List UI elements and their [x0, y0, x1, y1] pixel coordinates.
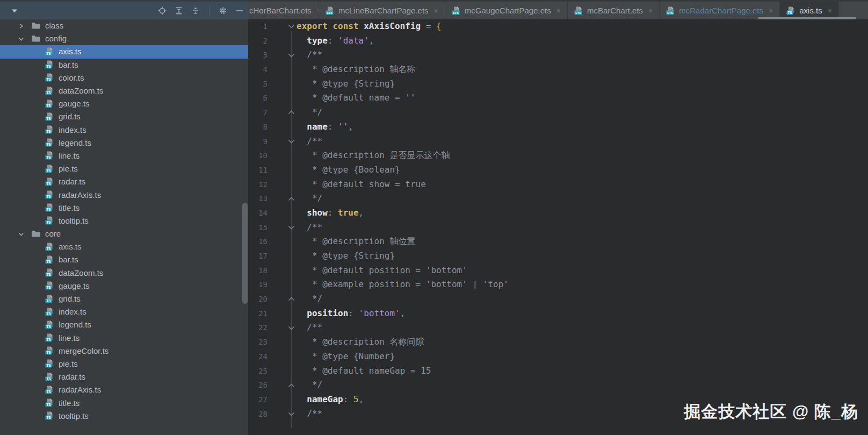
tree-file-index.ts[interactable]: TSindex.ts	[0, 124, 248, 137]
line-number: 25	[248, 364, 267, 379]
tree-file-gauge.ts[interactable]: TSgauge.ts	[0, 280, 248, 293]
tree-file-bar.ts[interactable]: TSbar.ts	[0, 59, 248, 72]
tree-file-radar.ts[interactable]: TSradar.ts	[0, 175, 248, 188]
code-line-16[interactable]: 16 * @description 轴位置	[248, 234, 868, 249]
fold-open-icon[interactable]	[288, 53, 295, 58]
code-line-26[interactable]: 26 */	[248, 378, 868, 393]
tab-cHorBarChart.ets[interactable]: cHorBarChart.ets×	[248, 2, 319, 19]
tree-item-label: axis.ts	[59, 240, 82, 253]
gutter	[267, 163, 296, 177]
tree-file-title.ts[interactable]: TStitle.ts	[0, 202, 248, 215]
tree-folder-class[interactable]: class	[0, 19, 248, 32]
code-text: * @default nameGap = 15	[296, 364, 431, 379]
code-line-3[interactable]: 3 /**	[248, 48, 868, 62]
tree-file-axis.ts[interactable]: TSaxis.ts	[0, 240, 248, 253]
tree-file-dataZoom.ts[interactable]: TSdataZoom.ts	[0, 84, 248, 97]
tree-file-radarAxis.ts[interactable]: TSradarAxis.ts	[0, 188, 248, 201]
typescript-file-icon: TS	[45, 151, 54, 160]
code-editor[interactable]: 1export const xAxisConfig = {2 type: 'da…	[248, 19, 868, 435]
typescript-file-icon: TS	[45, 47, 54, 56]
code-line-15[interactable]: 15 /**	[248, 220, 868, 235]
tree-file-bar.ts[interactable]: TSbar.ts	[0, 253, 248, 266]
tree-file-index.ts[interactable]: TSindex.ts	[0, 305, 248, 318]
tab-close-icon[interactable]: ×	[648, 6, 653, 15]
fold-close-icon[interactable]	[288, 297, 295, 302]
tree-file-color.ts[interactable]: TScolor.ts	[0, 72, 248, 84]
tab-mcGaugeChartPage.ets[interactable]: ETSmcGaugeChartPage.ets×	[445, 2, 568, 19]
tree-file-mergeColor.ts[interactable]: TSmergeColor.ts	[0, 345, 248, 358]
tree-file-line.ts[interactable]: TSline.ts	[0, 149, 248, 162]
code-line-18[interactable]: 18 * @default position = 'bottom'	[248, 263, 868, 278]
chevron-right-icon[interactable]	[18, 23, 25, 29]
fold-open-icon[interactable]	[288, 225, 295, 230]
fold-close-icon[interactable]	[288, 110, 295, 115]
code-line-5[interactable]: 5 * @type {String}	[248, 77, 868, 91]
tree-file-gauge.ts[interactable]: TSgauge.ts	[0, 97, 248, 110]
tree-file-grid.ts[interactable]: TSgrid.ts	[0, 293, 248, 305]
fold-close-icon[interactable]	[288, 383, 295, 388]
tree-file-pie.ts[interactable]: TSpie.ts	[0, 358, 248, 370]
code-line-4[interactable]: 4 * @description 轴名称	[248, 62, 868, 77]
svg-text:ETS: ETS	[453, 11, 459, 14]
code-line-24[interactable]: 24 * @type {Number}	[248, 350, 868, 364]
collapse-all-icon[interactable]	[191, 6, 200, 15]
tree-folder-config[interactable]: config	[0, 32, 248, 45]
fold-open-icon[interactable]	[288, 411, 295, 416]
fold-close-icon[interactable]	[288, 196, 295, 201]
tree-item-label: mergeColor.ts	[59, 345, 108, 358]
tab-close-icon[interactable]: ×	[556, 6, 561, 15]
code-line-10[interactable]: 10 * @description 是否显示这个轴	[248, 148, 868, 163]
tree-file-tooltip.ts[interactable]: TStooltip.ts	[0, 215, 248, 227]
chevron-down-icon[interactable]	[18, 35, 25, 42]
code-line-20[interactable]: 20 */	[248, 292, 868, 306]
fold-open-icon[interactable]	[288, 325, 295, 330]
tab-mcBarChart.ets[interactable]: ETSmcBarChart.ets×	[568, 2, 660, 19]
tree-file-axis.ts[interactable]: TSaxis.ts	[0, 45, 248, 58]
code-line-13[interactable]: 13 */	[248, 191, 868, 206]
code-line-2[interactable]: 2 type: 'data',	[248, 34, 868, 48]
chevron-down-icon[interactable]	[18, 231, 25, 237]
tree-file-line.ts[interactable]: TSline.ts	[0, 332, 248, 345]
gutter	[267, 177, 296, 192]
settings-gear-icon[interactable]	[219, 6, 227, 15]
expand-all-icon[interactable]	[175, 6, 183, 15]
tree-file-grid.ts[interactable]: TSgrid.ts	[0, 110, 248, 123]
ets-file-icon: ETS	[574, 6, 583, 15]
code-line-23[interactable]: 23 * @description 名称间隙	[248, 335, 868, 350]
tree-file-tooltip.ts[interactable]: TStooltip.ts	[0, 410, 248, 423]
code-line-19[interactable]: 19 * @example position = 'bottom' | 'top…	[248, 277, 868, 292]
code-line-6[interactable]: 6 * @default name = ''	[248, 91, 868, 105]
code-line-7[interactable]: 7 */	[248, 105, 868, 120]
tree-file-dataZoom.ts[interactable]: TSdataZoom.ts	[0, 267, 248, 280]
tree-file-legend.ts[interactable]: TSlegend.ts	[0, 137, 248, 149]
hide-panel-icon[interactable]	[235, 6, 244, 15]
tree-file-pie.ts[interactable]: TSpie.ts	[0, 162, 248, 175]
code-line-11[interactable]: 11 * @type {Boolean}	[248, 163, 868, 177]
code-line-21[interactable]: 21 position: 'bottom',	[248, 306, 868, 321]
code-line-12[interactable]: 12 * @default show = true	[248, 177, 868, 192]
fold-open-icon[interactable]	[288, 139, 295, 144]
svg-text:ETS: ETS	[327, 11, 332, 14]
code-line-1[interactable]: 1export const xAxisConfig = {	[248, 19, 868, 34]
code-line-25[interactable]: 25 * @default nameGap = 15	[248, 364, 868, 379]
tree-file-radar.ts[interactable]: TSradar.ts	[0, 370, 248, 383]
tab-close-icon[interactable]: ×	[769, 6, 773, 15]
tree-item-label: dataZoom.ts	[59, 84, 103, 97]
tree-file-title.ts[interactable]: TStitle.ts	[0, 396, 248, 409]
tree-scrollbar[interactable]	[242, 203, 248, 304]
code-line-8[interactable]: 8 name: '',	[248, 120, 868, 134]
tab-close-icon[interactable]: ×	[828, 6, 832, 15]
tab-mcLineBarChartPage.ets[interactable]: ETSmcLineBarChartPage.ets×	[319, 2, 445, 19]
tree-file-radarAxis.ts[interactable]: TSradarAxis.ts	[0, 383, 248, 396]
code-line-22[interactable]: 22 /**	[248, 320, 868, 335]
fold-open-icon[interactable]	[288, 24, 295, 29]
tree-folder-core[interactable]: core	[0, 227, 248, 240]
tab-close-icon[interactable]: ×	[434, 6, 438, 15]
code-line-9[interactable]: 9 /**	[248, 134, 868, 149]
locate-icon[interactable]	[158, 6, 167, 15]
panel-chevron-down-icon[interactable]	[11, 8, 18, 13]
code-line-17[interactable]: 17 * @type {String}	[248, 249, 868, 263]
code-text: nameGap: 5,	[296, 393, 364, 407]
tree-file-legend.ts[interactable]: TSlegend.ts	[0, 318, 248, 331]
code-line-14[interactable]: 14 show: true,	[248, 206, 868, 220]
